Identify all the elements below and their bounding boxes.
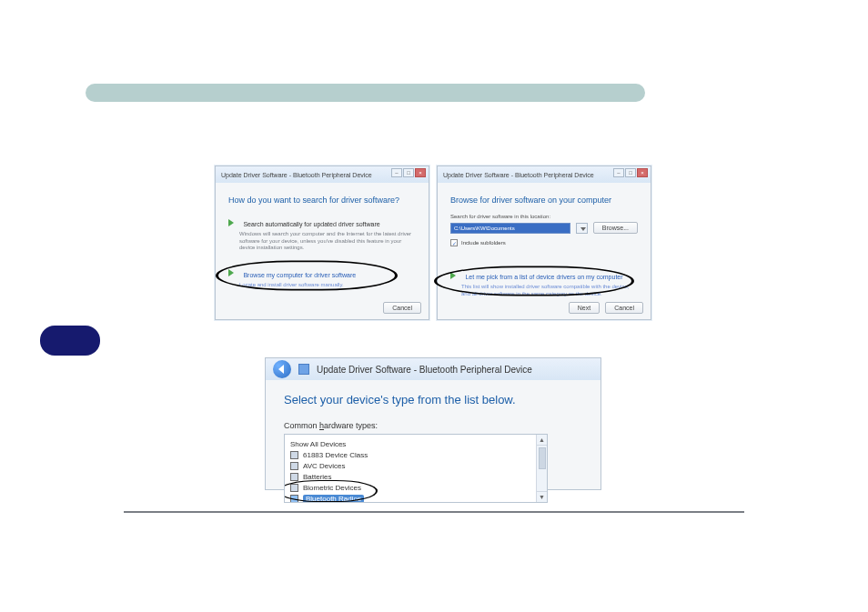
option-desc: Locate and install driver software manua… [239, 282, 412, 289]
list-item-label: AVC Devices [303, 462, 346, 470]
location-value: C:\Users\KW\Documents [454, 226, 515, 231]
device-icon [290, 462, 298, 470]
minimize-button[interactable]: – [391, 168, 402, 177]
option-desc: Windows will search your computer and th… [239, 231, 412, 252]
list-item[interactable]: 61883 Device Class [290, 449, 541, 460]
page-badge [40, 326, 100, 356]
minimize-button[interactable]: – [613, 168, 624, 177]
section-banner [86, 84, 645, 102]
location-label: Search for driver software in this locat… [450, 214, 638, 219]
list-item-label: Batteries [303, 473, 332, 481]
option-browse-computer[interactable]: Browse my computer for driver software L… [228, 265, 416, 289]
window-titlebar: Update Driver Software - Bluetooth Perip… [438, 166, 651, 183]
list-item[interactable]: Biometric Devices [290, 482, 541, 493]
bluetooth-icon [290, 495, 298, 503]
dropdown-arrow-icon[interactable] [576, 223, 588, 234]
checkbox-icon: ✓ [450, 239, 458, 246]
scrollbar[interactable]: ▲ ▼ [536, 435, 547, 502]
list-item-label: Show All Devices [290, 440, 346, 448]
option-title: Browse my computer for driver software [243, 272, 356, 278]
common-hardware-label: Common hardware types: [284, 421, 582, 430]
scroll-thumb[interactable] [539, 447, 546, 469]
window-title-text: Update Driver Software - Bluetooth Perip… [443, 172, 594, 178]
dialog-heading: How do you want to search for driver sof… [228, 196, 416, 205]
dialog-browse-location: Update Driver Software - Bluetooth Perip… [437, 166, 651, 320]
option-title: Search automatically for updated driver … [243, 221, 379, 227]
option-title: Let me pick from a list of device driver… [465, 274, 622, 280]
window-title-text: Update Driver Software - Bluetooth Perip… [221, 172, 372, 178]
device-icon [290, 451, 298, 459]
list-item[interactable]: Batteries [290, 471, 541, 482]
dialog-search-method: Update Driver Software - Bluetooth Perip… [215, 166, 429, 320]
arrow-icon [450, 272, 456, 279]
close-button[interactable]: × [415, 168, 426, 177]
list-item-selected[interactable]: Bluetooth Radios [290, 493, 541, 503]
driver-icon [298, 364, 309, 375]
maximize-button[interactable]: □ [625, 168, 636, 177]
close-button[interactable]: × [637, 168, 648, 177]
cancel-button[interactable]: Cancel [383, 302, 421, 314]
arrow-icon [228, 269, 234, 276]
dialog-heading: Browse for driver software on your compu… [450, 196, 638, 205]
scroll-up-icon[interactable]: ▲ [537, 435, 547, 446]
list-item-show-all[interactable]: Show All Devices [290, 438, 541, 449]
arrow-icon [228, 219, 234, 226]
device-icon [290, 484, 298, 492]
location-combobox[interactable]: C:\Users\KW\Documents [450, 223, 570, 234]
next-button[interactable]: Next [569, 302, 600, 314]
window-titlebar: Update Driver Software - Bluetooth Perip… [216, 166, 429, 183]
window-titlebar: Update Driver Software - Bluetooth Perip… [266, 358, 601, 380]
scroll-down-icon[interactable]: ▼ [537, 491, 547, 502]
cancel-button[interactable]: Cancel [605, 302, 643, 314]
list-item[interactable]: AVC Devices [290, 460, 541, 471]
window-title-text: Update Driver Software - Bluetooth Perip… [317, 365, 532, 375]
include-subfolders-checkbox[interactable]: ✓ Include subfolders [450, 239, 638, 246]
device-type-listbox[interactable]: Show All Devices 61883 Device Class AVC … [284, 434, 548, 503]
list-item-label: Bluetooth Radios [303, 495, 364, 503]
list-item-label: Biometric Devices [303, 484, 361, 492]
list-item-label: 61883 Device Class [303, 451, 368, 459]
dialog-select-device-type: Update Driver Software - Bluetooth Perip… [265, 357, 601, 490]
device-icon [290, 473, 298, 481]
option-desc: This list will show installed driver sof… [461, 284, 638, 297]
checkbox-label: Include subfolders [461, 240, 506, 246]
option-pick-from-list[interactable]: Let me pick from a list of device driver… [450, 266, 638, 297]
page-divider [124, 511, 744, 513]
maximize-button[interactable]: □ [403, 168, 414, 177]
option-search-auto[interactable]: Search automatically for updated driver … [228, 214, 416, 252]
browse-button[interactable]: Browse... [593, 222, 638, 234]
back-button[interactable] [273, 360, 291, 378]
dialog-heading: Select your device's type from the list … [284, 393, 582, 406]
